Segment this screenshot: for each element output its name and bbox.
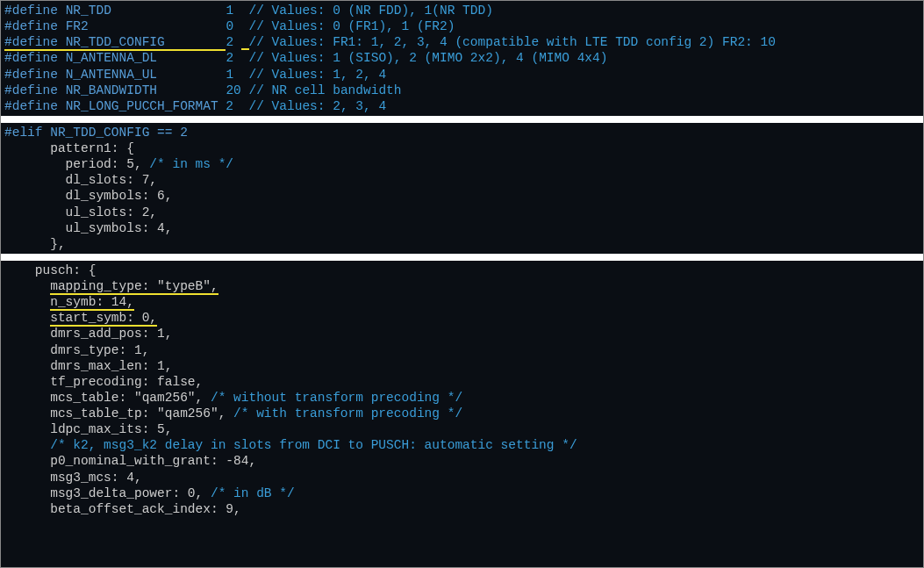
pusch-ldpc-max-its: ldpc_max_its: 5, [4,421,920,437]
define-n-antenna-ul: #define N_ANTENNA_UL 1 // Values: 1, 2, … [4,67,920,83]
pusch-beta-offset: beta_offset_ack_index: 9, [4,501,920,517]
pattern1-ul-slots: ul_slots: 2, [4,205,920,220]
define-nr-long-pucch: #define NR_LONG_PUCCH_FORMAT 2 // Values… [4,98,920,114]
pusch-dmrs-max-len: dmrs_max_len: 1, [4,358,920,374]
pattern1-dl-slots: dl_slots: 7, [4,172,920,188]
pusch-dmrs-type: dmrs_type: 1, [4,342,920,358]
define-fr2: #define FR2 0 // Values: 0 (FR1), 1 (FR2… [4,18,920,34]
define-n-antenna-dl: #define N_ANTENNA_DL 2 // Values: 1 (SIS… [4,50,920,66]
pusch-p0-nominal: p0_nominal_with_grant: -84, [4,453,920,469]
elif-line: #elif NR_TDD_CONFIG == 2 [4,125,920,140]
separator-1 [1,116,923,123]
pusch-open: pusch: { [4,262,920,278]
pusch-msg3-mcs: msg3_mcs: 4, [4,470,920,485]
pusch-mcs-table: mcs_table: "qam256", /* without transfor… [4,390,920,406]
pusch-dmrs-add-pos: dmrs_add_pos: 1, [4,326,920,342]
define-nr-tdd: #define NR_TDD 1 // Values: 0 (NR FDD), … [4,3,920,18]
pattern1-dl-symbols: dl_symbols: 6, [4,188,920,204]
define-nr-tdd-config: #define NR_TDD_CONFIG 2 // Values: FR1: … [4,34,920,50]
pusch-k2-comment: /* k2, msg3_k2 delay in slots from DCI t… [4,437,920,453]
pusch-start-symb: start_symb: 0, [4,310,920,326]
defines-block: #define NR_TDD 1 // Values: 0 (NR FDD), … [1,1,923,116]
pusch-n-symb: n_symb: 14, [4,294,920,310]
define-nr-bandwidth: #define NR_BANDWIDTH 20 // NR cell bandw… [4,83,920,98]
pusch-msg3-delta: msg3_delta_power: 0, /* in dB */ [4,485,920,501]
pattern1-close: }, [4,236,920,252]
pusch-block: pusch: { mapping_type: "typeB", n_symb: … [1,261,923,519]
separator-2 [1,254,923,261]
pusch-mcs-table-tp: mcs_table_tp: "qam256", /* with transfor… [4,406,920,421]
pattern1-ul-symbols: ul_symbols: 4, [4,220,920,236]
pusch-tf-precoding: tf_precoding: false, [4,374,920,390]
pattern1-period: period: 5, /* in ms */ [4,156,920,172]
pusch-mapping-type: mapping_type: "typeB", [4,278,920,294]
pattern1-block: #elif NR_TDD_CONFIG == 2 pattern1: { per… [1,123,923,254]
pattern1-open: pattern1: { [4,140,920,156]
